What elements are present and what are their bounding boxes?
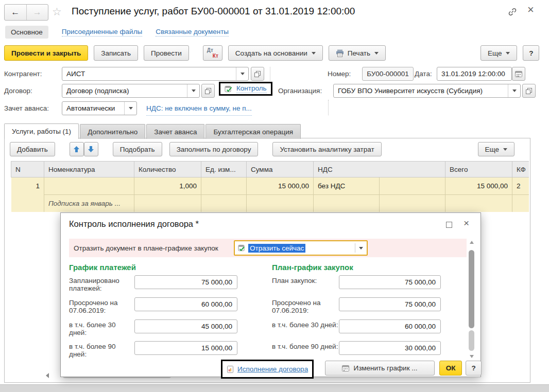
cell-kf[interactable]: 2 xyxy=(512,177,529,195)
post-button[interactable]: Провести xyxy=(144,45,189,61)
help-button[interactable]: ? xyxy=(523,45,539,61)
col-kf[interactable]: КФ xyxy=(512,162,529,177)
contractor-dropdown-button[interactable] xyxy=(236,67,248,80)
scroll-left-arrow-icon[interactable] xyxy=(46,373,49,378)
reflect-icon xyxy=(238,244,246,252)
tab-accounting-operation[interactable]: Бухгалтерская операция xyxy=(205,124,301,139)
post-and-close-button[interactable]: Провести и закрыть xyxy=(4,45,88,61)
cell-empty[interactable] xyxy=(201,195,247,212)
dialog-maximize-button[interactable] xyxy=(446,222,452,228)
dialog-close-button[interactable]: × xyxy=(464,218,469,229)
print-button[interactable]: Печать xyxy=(329,45,386,61)
reflect-banner: Отразить документ в плане-графике закупо… xyxy=(69,239,467,257)
save-button[interactable]: Записать xyxy=(94,45,138,61)
organization-label: Организация: xyxy=(278,84,322,98)
field-value[interactable]: 60 000,00 xyxy=(339,319,441,333)
field-value[interactable]: 60 000,00 xyxy=(134,297,237,311)
col-sum[interactable]: Сумма xyxy=(247,162,314,177)
date-field[interactable]: 31.01.2019 12:00:00 xyxy=(437,67,512,81)
contract-dropdown-button[interactable] xyxy=(187,84,199,97)
nav-link-related-documents[interactable]: Связанные документы xyxy=(156,28,229,37)
cell-empty[interactable] xyxy=(512,195,529,212)
contractor-field[interactable]: АИСТ xyxy=(62,67,249,81)
field-value[interactable]: 45 000,00 xyxy=(134,319,237,333)
cell-empty[interactable] xyxy=(247,195,314,212)
col-unit[interactable]: Ед. изм... xyxy=(201,162,247,177)
col-n[interactable]: N xyxy=(11,162,44,177)
back-button[interactable]: ← xyxy=(5,5,27,20)
nav-link-attached-files[interactable]: Присоединенные файлы xyxy=(62,28,142,37)
dialog-scrollbar[interactable] xyxy=(468,240,476,359)
field-label: Просрочено на 07.06.2019: xyxy=(272,297,339,314)
cell-vat-extra[interactable] xyxy=(380,177,445,195)
kt-label: Кт xyxy=(213,53,218,59)
forward-button[interactable]: → xyxy=(27,5,48,20)
move-down-button[interactable] xyxy=(84,142,98,156)
set-cost-analytics-button[interactable]: Установить аналитику затрат xyxy=(272,142,381,156)
get-link-icon[interactable] xyxy=(507,7,518,19)
vat-settings-link[interactable]: НДС: не включен в сумму, не п... xyxy=(146,101,252,116)
ok-button[interactable]: ОК xyxy=(439,361,462,376)
cell-nomenclature[interactable]: Подписка за январь ... xyxy=(44,195,134,212)
advance-offset-field[interactable]: Автоматически xyxy=(62,101,137,115)
planned-payments-field: Запланировано платежей: 75 000,00 xyxy=(69,275,237,292)
col-vat[interactable]: НДС xyxy=(314,162,445,177)
field-value[interactable]: 75 000,00 xyxy=(339,275,441,289)
change-schedule-button[interactable]: Изменить график ... xyxy=(325,361,435,376)
cell-total[interactable]: 15 000,00 xyxy=(445,177,512,195)
cell-n[interactable]: 1 xyxy=(11,177,44,212)
control-link[interactable]: Контроль xyxy=(236,84,267,93)
cell-empty[interactable] xyxy=(314,195,380,212)
reflect-dropdown-button[interactable] xyxy=(355,247,367,250)
tab-additional[interactable]: Дополнительно xyxy=(80,124,145,139)
cell-vat[interactable]: без НДС xyxy=(314,177,380,195)
scrollbar-thumb[interactable] xyxy=(469,250,474,328)
cell-quantity[interactable]: 1,000 xyxy=(134,177,201,195)
move-up-button[interactable] xyxy=(70,142,84,156)
contract-open-button[interactable] xyxy=(201,84,215,98)
tab-advance-offset[interactable]: Зачет аванса xyxy=(146,124,204,139)
cell-empty[interactable] xyxy=(134,195,201,212)
dialog-help-button[interactable]: ? xyxy=(466,361,482,376)
scroll-down-arrow-icon[interactable] xyxy=(470,355,474,358)
col-total[interactable]: Всего xyxy=(445,162,512,177)
col-quantity[interactable]: Количество xyxy=(134,162,201,177)
create-based-on-button[interactable]: Создать на основании xyxy=(228,45,323,61)
overdue-90-procurement-field: в т.ч. более 90 дней: 30 000,00 xyxy=(272,341,441,355)
more-button[interactable]: Еще xyxy=(481,45,517,61)
cell-unit[interactable] xyxy=(201,177,247,195)
contract-field[interactable]: Договор (подписка) xyxy=(62,84,200,98)
reflect-now-combo[interactable]: Отразить сейчас xyxy=(234,240,368,256)
cell-sum[interactable]: 15 000,00 xyxy=(247,177,314,195)
contractor-value: АИСТ xyxy=(62,67,236,80)
add-row-button[interactable]: Добавить xyxy=(10,142,55,156)
cell-nomenclature-top[interactable] xyxy=(44,177,134,195)
table-row-line2[interactable]: Подписка за январь ... xyxy=(11,195,529,212)
table-row[interactable]: 1 1,000 15 000,00 без НДС 15 000,00 2 xyxy=(11,177,529,195)
tab-services-works[interactable]: Услуги, работы (1) xyxy=(4,123,79,139)
organization-field[interactable]: ГОБУ ВПО Университет искусств (Субсидия) xyxy=(333,84,521,98)
advance-offset-dropdown-button[interactable] xyxy=(124,102,136,115)
window-close-button[interactable]: × xyxy=(527,4,534,15)
col-nomenclature[interactable]: Номенклатура xyxy=(44,162,134,177)
number-field[interactable]: БУ00-000001 xyxy=(362,67,414,81)
field-value[interactable]: 15 000,00 xyxy=(134,341,237,355)
nav-tab-main[interactable]: Основное xyxy=(5,26,48,39)
cell-empty[interactable] xyxy=(380,195,445,212)
table-more-button[interactable]: Еще xyxy=(478,142,514,156)
contract-execution-link[interactable]: Исполнение договора xyxy=(237,365,308,373)
date-calendar-button[interactable] xyxy=(512,67,525,81)
field-value[interactable]: 30 000,00 xyxy=(339,341,441,355)
fill-by-contract-button[interactable]: Заполнить по договору xyxy=(169,142,259,156)
field-value[interactable]: 75 000,00 xyxy=(339,297,441,311)
pick-button[interactable]: Подобрать xyxy=(113,142,162,156)
field-value[interactable]: 75 000,00 xyxy=(134,275,237,289)
scroll-up-arrow-icon[interactable] xyxy=(470,241,474,244)
dt-kt-postings-button[interactable]: Дт Кт xyxy=(203,45,222,61)
contractor-open-button[interactable] xyxy=(251,67,264,81)
organization-open-button[interactable] xyxy=(522,84,536,98)
favorite-star-icon[interactable]: ☆ xyxy=(52,6,62,18)
organization-dropdown-button[interactable] xyxy=(508,84,520,97)
cell-empty[interactable] xyxy=(445,195,512,212)
field-label: Просрочено на 07.06.2019: xyxy=(69,297,134,314)
